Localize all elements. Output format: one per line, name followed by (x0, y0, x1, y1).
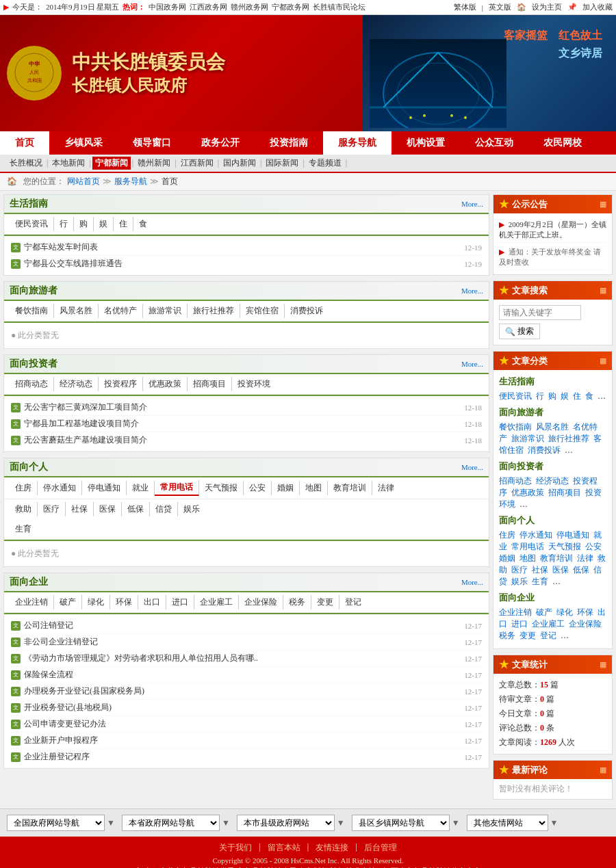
tab-ent-chukou[interactable]: 出口 (138, 595, 166, 609)
nav-link-township[interactable]: 乡镇风采 (49, 131, 118, 155)
link-zhongguo[interactable]: 中国政务网 (149, 2, 186, 12)
tab-inv-xiangmu[interactable]: 招商项目 (188, 377, 232, 391)
nav-link-interact[interactable]: 公众互动 (460, 131, 528, 155)
tab-inv-chengxu[interactable]: 投资程序 (99, 377, 143, 391)
tab-ent-dengji[interactable]: 登记 (339, 595, 367, 609)
link-forum[interactable]: 长胜镇市民论坛 (313, 2, 365, 12)
inv-item-1-link[interactable]: 无公害宁都三黄鸡深加工项目简介 (24, 402, 457, 413)
section-personal-more[interactable]: More... (461, 463, 483, 471)
select-city-nav[interactable]: 本市县级政府网站 (237, 815, 335, 831)
tab-life-shi[interactable]: 食 (133, 217, 153, 231)
cat-link[interactable]: 进口 (511, 619, 528, 629)
nav-link-home[interactable]: 首页 (0, 131, 49, 155)
tab-tourism-changshe[interactable]: 旅游常识 (143, 304, 188, 318)
tab-personal-jiuye[interactable]: 就业 (127, 481, 155, 495)
cat-link[interactable]: 公安 (585, 542, 602, 551)
tab-personal-falv[interactable]: 法律 (372, 481, 400, 495)
breadcrumb-home[interactable]: 网站首页 (67, 176, 100, 187)
tab-personal-jiaoyu[interactable]: 教育培训 (328, 481, 372, 495)
cat-link[interactable]: 娱乐 (511, 577, 528, 586)
tab-ent-jinkou[interactable]: 进口 (166, 595, 194, 609)
section-life-more[interactable]: More... (461, 200, 483, 208)
tab-tourism-lvxing[interactable]: 旅行社推荐 (188, 304, 240, 318)
cat-link[interactable]: 消费投诉 (528, 445, 561, 455)
tab-tourism-fengjing[interactable]: 风景名胜 (54, 304, 99, 318)
cat-link[interactable]: 企业保险 (569, 619, 602, 629)
link-sethome[interactable]: 设为主页 (532, 2, 562, 12)
select-township-nav[interactable]: 县区乡镇网站导航 (352, 815, 450, 831)
tab-life-zhu[interactable]: 住 (114, 217, 133, 231)
tab-tourism-mingyu[interactable]: 名优特产 (99, 304, 143, 318)
cat-link[interactable]: 餐饮指南 (499, 422, 532, 432)
cat-link[interactable]: 变更 (519, 631, 536, 640)
cat-link[interactable]: 停电通知 (556, 530, 589, 540)
cat-link[interactable]: 经济动态 (536, 476, 569, 486)
ent-item-2[interactable]: 非公司企业注销登记 (24, 636, 457, 648)
nav-link-org[interactable]: 机构设置 (392, 131, 460, 155)
nav-link-leader[interactable]: 领导窗口 (118, 131, 186, 155)
tab-personal-zhufang[interactable]: 住房 (10, 481, 38, 495)
tab-tourism-canyin[interactable]: 餐饮指南 (10, 304, 54, 318)
tab-inv-youhui[interactable]: 优惠政策 (143, 377, 188, 391)
cat-link[interactable]: 便民资讯 (499, 391, 532, 401)
nav-item-township[interactable]: 乡镇风采 (49, 131, 118, 155)
footer-link-guestbook[interactable]: 留言本站 (268, 842, 300, 854)
cat-link[interactable]: 住 (573, 391, 581, 401)
announce-link-2[interactable]: 通知：关于发放年终奖金 请及时查收 (499, 248, 601, 266)
tab-ent-biangeng[interactable]: 变更 (311, 595, 339, 609)
nav-link-govt[interactable]: 政务公开 (186, 131, 255, 155)
cat-link[interactable]: 天气预报 (548, 542, 581, 551)
sidebar-stats-more[interactable]: ▦ (600, 660, 606, 669)
tab-personal-ditu[interactable]: 地图 (300, 481, 328, 495)
cat-link[interactable]: 法律 (577, 553, 593, 563)
tab-personal-jiuzhu[interactable]: 救助 (10, 502, 38, 516)
nav-link-invest[interactable]: 投资指南 (255, 131, 323, 155)
tab-inv-zhaoshang[interactable]: 招商动态 (10, 377, 54, 391)
sub-nav-domestic[interactable]: 国内新闻 (220, 157, 259, 170)
cat-link[interactable]: 住房 (499, 530, 515, 540)
ent-item-4[interactable]: 保险保全流程 (24, 669, 457, 681)
tab-personal-changyong[interactable]: 常用电话 (155, 480, 199, 496)
cat-link[interactable]: 环保 (577, 607, 593, 617)
cat-link[interactable]: 食 (585, 391, 593, 401)
link-traditional[interactable]: 繁体版 (454, 2, 476, 12)
section-enterprise-more[interactable]: More... (461, 578, 483, 586)
cat-link[interactable]: 低保 (573, 565, 589, 575)
cat-link[interactable]: 企业注销 (499, 607, 532, 617)
select-national-nav[interactable]: 全国政府网站导航 (7, 815, 105, 831)
cat-link[interactable]: 招商项目 (548, 488, 581, 497)
link-bookmark[interactable]: 加入收藏 (582, 2, 613, 12)
tab-personal-shengyu[interactable]: 生育 (10, 522, 37, 536)
tab-ent-lühua[interactable]: 绿化 (82, 595, 110, 609)
nav-link-service[interactable]: 服务导航 (323, 131, 392, 155)
sub-nav-special[interactable]: 专题频道 (306, 157, 344, 170)
ent-item-7[interactable]: 公司申请变更登记办法 (24, 718, 457, 730)
sidebar-announcement-more[interactable]: ▦ (600, 200, 606, 209)
link-jiangxi[interactable]: 江西政务网 (190, 2, 227, 12)
life-item-1-link[interactable]: 宁都车站发车时间表 (24, 241, 457, 253)
search-input[interactable] (499, 305, 581, 320)
cat-link[interactable]: 绿化 (556, 607, 573, 617)
nav-item-invest[interactable]: 投资指南 (255, 131, 323, 155)
nav-item-leader[interactable]: 领导窗口 (118, 131, 186, 155)
footer-link-about[interactable]: 关于我们 (219, 842, 252, 854)
nav-item-farmers[interactable]: 农民网校 (528, 131, 597, 155)
tab-personal-yiliao[interactable]: 医疗 (38, 502, 66, 516)
cat-link[interactable]: 旅行社推荐 (548, 434, 589, 443)
footer-link-admin[interactable]: 后台管理 (364, 842, 397, 854)
sub-nav-intl[interactable]: 国际新闻 (263, 157, 301, 170)
tab-ent-shuiwu[interactable]: 税务 (283, 595, 311, 609)
nav-item-org[interactable]: 机构设置 (392, 131, 460, 155)
tab-personal-yibao[interactable]: 医保 (94, 502, 122, 516)
tab-personal-xindai[interactable]: 信贷 (150, 502, 178, 516)
section-tourism-more[interactable]: More... (461, 287, 483, 295)
tab-personal-tingshui[interactable]: 停水通知 (38, 481, 82, 495)
tab-personal-shebao[interactable]: 社保 (66, 502, 94, 516)
sub-nav-ganzhou[interactable]: 赣州新闻 (135, 157, 173, 170)
cat-link[interactable]: 社保 (532, 565, 548, 575)
cat-link[interactable]: 购 (548, 391, 556, 401)
tab-personal-tingdian[interactable]: 停电通知 (82, 481, 127, 495)
tab-personal-dibao[interactable]: 低保 (122, 502, 150, 516)
cat-link[interactable]: 企业雇工 (532, 619, 565, 629)
sidebar-search-more[interactable]: ▦ (600, 286, 606, 295)
